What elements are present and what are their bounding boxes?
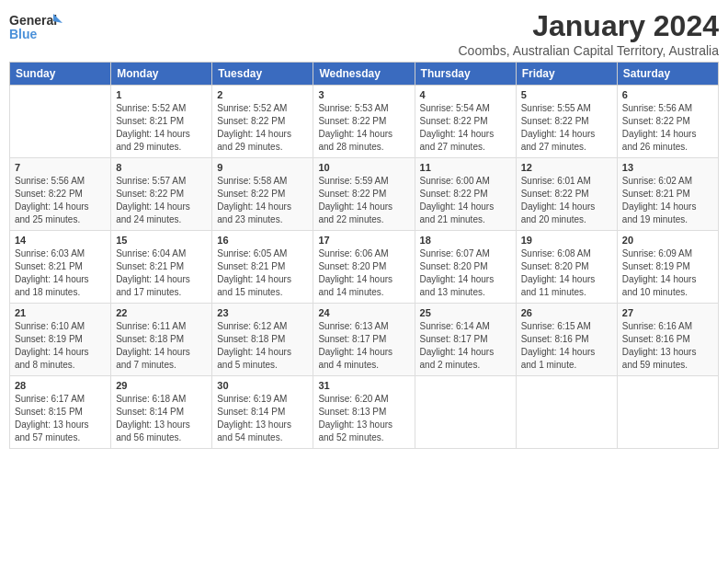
day-cell: 12Sunrise: 6:01 AM Sunset: 8:22 PM Dayli… (516, 158, 617, 231)
day-info: Sunrise: 6:16 AM Sunset: 8:16 PM Dayligh… (622, 320, 713, 372)
day-info: Sunrise: 6:07 AM Sunset: 8:20 PM Dayligh… (420, 247, 511, 299)
col-header-monday: Monday (111, 63, 212, 86)
day-cell: 29Sunrise: 6:18 AM Sunset: 8:14 PM Dayli… (111, 376, 212, 449)
day-cell: 15Sunrise: 6:04 AM Sunset: 8:21 PM Dayli… (111, 231, 212, 304)
day-cell: 26Sunrise: 6:15 AM Sunset: 8:16 PM Dayli… (516, 304, 617, 376)
title-area: January 2024 Coombs, Australian Capital … (459, 9, 720, 58)
day-number: 27 (622, 307, 713, 318)
day-cell: 31Sunrise: 6:20 AM Sunset: 8:13 PM Dayli… (313, 376, 415, 449)
day-cell: 13Sunrise: 6:02 AM Sunset: 8:21 PM Dayli… (617, 158, 718, 231)
day-cell: 14Sunrise: 6:03 AM Sunset: 8:21 PM Dayli… (10, 231, 111, 304)
day-number: 21 (15, 307, 106, 318)
month-title: January 2024 (459, 9, 720, 43)
header-row: SundayMondayTuesdayWednesdayThursdayFrid… (10, 63, 719, 86)
day-cell: 2Sunrise: 5:52 AM Sunset: 8:22 PM Daylig… (212, 86, 313, 158)
day-number: 20 (622, 235, 713, 246)
day-cell: 9Sunrise: 5:58 AM Sunset: 8:22 PM Daylig… (212, 158, 313, 231)
day-number: 5 (521, 89, 612, 100)
calendar-body: 1Sunrise: 5:52 AM Sunset: 8:21 PM Daylig… (10, 86, 719, 449)
day-info: Sunrise: 5:56 AM Sunset: 8:22 PM Dayligh… (15, 175, 106, 226)
day-info: Sunrise: 6:09 AM Sunset: 8:19 PM Dayligh… (622, 247, 713, 299)
day-info: Sunrise: 6:11 AM Sunset: 8:18 PM Dayligh… (116, 320, 207, 372)
subtitle: Coombs, Australian Capital Territory, Au… (459, 43, 720, 58)
day-cell: 21Sunrise: 6:10 AM Sunset: 8:19 PM Dayli… (10, 304, 111, 376)
header: GeneralBlue January 2024 Coombs, Austral… (9, 9, 719, 58)
calendar-table: SundayMondayTuesdayWednesdayThursdayFrid… (9, 62, 719, 449)
col-header-thursday: Thursday (415, 63, 516, 86)
day-cell: 23Sunrise: 6:12 AM Sunset: 8:18 PM Dayli… (212, 304, 313, 376)
day-info: Sunrise: 6:03 AM Sunset: 8:21 PM Dayligh… (15, 247, 106, 299)
day-info: Sunrise: 5:55 AM Sunset: 8:22 PM Dayligh… (521, 102, 612, 154)
day-info: Sunrise: 6:05 AM Sunset: 8:21 PM Dayligh… (217, 247, 308, 299)
day-number: 19 (521, 235, 612, 246)
day-cell (415, 376, 516, 449)
day-number: 23 (217, 307, 308, 318)
day-info: Sunrise: 6:00 AM Sunset: 8:22 PM Dayligh… (420, 175, 511, 226)
day-number: 24 (318, 307, 409, 318)
day-info: Sunrise: 6:19 AM Sunset: 8:14 PM Dayligh… (217, 393, 308, 444)
day-number: 10 (318, 162, 409, 173)
day-number: 8 (116, 162, 207, 173)
day-cell (516, 376, 617, 449)
day-number: 26 (521, 307, 612, 318)
day-info: Sunrise: 6:17 AM Sunset: 8:15 PM Dayligh… (15, 393, 106, 444)
day-cell (617, 376, 718, 449)
day-info: Sunrise: 6:20 AM Sunset: 8:13 PM Dayligh… (318, 393, 409, 444)
day-info: Sunrise: 6:15 AM Sunset: 8:16 PM Dayligh… (521, 320, 612, 372)
day-info: Sunrise: 6:08 AM Sunset: 8:20 PM Dayligh… (521, 247, 612, 299)
svg-text:General: General (9, 13, 57, 28)
day-number: 25 (420, 307, 511, 318)
day-cell: 19Sunrise: 6:08 AM Sunset: 8:20 PM Dayli… (516, 231, 617, 304)
day-number: 11 (420, 162, 511, 173)
day-number: 3 (318, 89, 409, 100)
day-number: 1 (116, 89, 207, 100)
week-row-2: 7Sunrise: 5:56 AM Sunset: 8:22 PM Daylig… (10, 158, 719, 231)
day-number: 22 (116, 307, 207, 318)
day-info: Sunrise: 5:52 AM Sunset: 8:21 PM Dayligh… (116, 102, 207, 154)
day-cell: 27Sunrise: 6:16 AM Sunset: 8:16 PM Dayli… (617, 304, 718, 376)
day-cell: 8Sunrise: 5:57 AM Sunset: 8:22 PM Daylig… (111, 158, 212, 231)
day-info: Sunrise: 6:04 AM Sunset: 8:21 PM Dayligh… (116, 247, 207, 299)
day-number: 17 (318, 235, 409, 246)
day-info: Sunrise: 5:57 AM Sunset: 8:22 PM Dayligh… (116, 175, 207, 226)
day-number: 28 (15, 380, 106, 391)
calendar-header: SundayMondayTuesdayWednesdayThursdayFrid… (10, 63, 719, 86)
day-cell: 18Sunrise: 6:07 AM Sunset: 8:20 PM Dayli… (415, 231, 516, 304)
col-header-saturday: Saturday (617, 63, 718, 86)
day-cell: 24Sunrise: 6:13 AM Sunset: 8:17 PM Dayli… (313, 304, 415, 376)
day-number: 29 (116, 380, 207, 391)
day-number: 12 (521, 162, 612, 173)
day-cell: 3Sunrise: 5:53 AM Sunset: 8:22 PM Daylig… (313, 86, 415, 158)
day-number: 4 (420, 89, 511, 100)
day-cell: 10Sunrise: 5:59 AM Sunset: 8:22 PM Dayli… (313, 158, 415, 231)
day-number: 9 (217, 162, 308, 173)
day-info: Sunrise: 5:52 AM Sunset: 8:22 PM Dayligh… (217, 102, 308, 154)
day-info: Sunrise: 6:13 AM Sunset: 8:17 PM Dayligh… (318, 320, 409, 372)
day-cell: 22Sunrise: 6:11 AM Sunset: 8:18 PM Dayli… (111, 304, 212, 376)
week-row-4: 21Sunrise: 6:10 AM Sunset: 8:19 PM Dayli… (10, 304, 719, 376)
week-row-5: 28Sunrise: 6:17 AM Sunset: 8:15 PM Dayli… (10, 376, 719, 449)
day-info: Sunrise: 6:06 AM Sunset: 8:20 PM Dayligh… (318, 247, 409, 299)
day-info: Sunrise: 6:12 AM Sunset: 8:18 PM Dayligh… (217, 320, 308, 372)
col-header-friday: Friday (516, 63, 617, 86)
day-cell: 7Sunrise: 5:56 AM Sunset: 8:22 PM Daylig… (10, 158, 111, 231)
week-row-3: 14Sunrise: 6:03 AM Sunset: 8:21 PM Dayli… (10, 231, 719, 304)
day-number: 30 (217, 380, 308, 391)
day-info: Sunrise: 6:14 AM Sunset: 8:17 PM Dayligh… (420, 320, 511, 372)
day-info: Sunrise: 5:56 AM Sunset: 8:22 PM Dayligh… (622, 102, 713, 154)
day-cell: 25Sunrise: 6:14 AM Sunset: 8:17 PM Dayli… (415, 304, 516, 376)
day-number: 13 (622, 162, 713, 173)
col-header-sunday: Sunday (10, 63, 111, 86)
day-cell (10, 86, 111, 158)
svg-text:Blue: Blue (9, 27, 38, 41)
day-number: 18 (420, 235, 511, 246)
day-info: Sunrise: 6:18 AM Sunset: 8:14 PM Dayligh… (116, 393, 207, 444)
day-info: Sunrise: 6:10 AM Sunset: 8:19 PM Dayligh… (15, 320, 106, 372)
day-info: Sunrise: 5:53 AM Sunset: 8:22 PM Dayligh… (318, 102, 409, 154)
day-info: Sunrise: 5:54 AM Sunset: 8:22 PM Dayligh… (420, 102, 511, 154)
day-number: 6 (622, 89, 713, 100)
day-info: Sunrise: 6:02 AM Sunset: 8:21 PM Dayligh… (622, 175, 713, 226)
day-cell: 6Sunrise: 5:56 AM Sunset: 8:22 PM Daylig… (617, 86, 718, 158)
day-cell: 16Sunrise: 6:05 AM Sunset: 8:21 PM Dayli… (212, 231, 313, 304)
day-cell: 30Sunrise: 6:19 AM Sunset: 8:14 PM Dayli… (212, 376, 313, 449)
